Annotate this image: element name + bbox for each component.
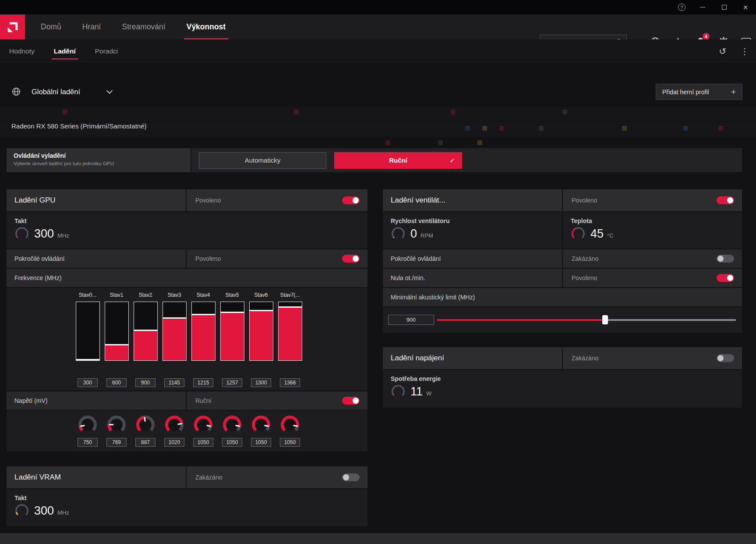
frequency-value-box[interactable]: 1257 — [222, 378, 242, 387]
frequency-bar-handle[interactable] — [192, 314, 215, 315]
nav-item-home[interactable]: Domů — [40, 14, 62, 39]
fan-advanced-toggle[interactable] — [717, 255, 734, 263]
voltage-value-box[interactable]: 750 — [78, 438, 98, 447]
frequency-bar[interactable] — [134, 302, 158, 361]
voltage-value-box[interactable]: 1050 — [280, 438, 300, 447]
zero-rpm-toggle[interactable] — [717, 274, 734, 282]
minimize-button[interactable] — [698, 3, 707, 12]
performance-subnav: Hodnoty Ladění Poradci — [0, 39, 756, 63]
tab-metrics[interactable]: Hodnoty — [8, 39, 36, 63]
frequency-value-box[interactable]: 600 — [106, 378, 127, 387]
voltage-value-box[interactable]: 1050 — [251, 438, 271, 447]
close-button[interactable]: × — [741, 3, 750, 12]
voltage-knob[interactable] — [194, 416, 212, 434]
acoustic-limit-slider[interactable] — [437, 319, 736, 321]
toggle-knob — [353, 398, 359, 404]
voltage-knob[interactable] — [78, 416, 97, 434]
toggle-knob — [727, 275, 733, 281]
frequency-value-box[interactable]: 300 — [78, 378, 98, 387]
voltage-value-box[interactable]: 1020 — [164, 438, 184, 447]
voltage-knob[interactable] — [252, 416, 270, 434]
frequency-section-label: Frekvence (MHz) — [7, 269, 367, 287]
ghost-icon — [63, 110, 67, 114]
state-label: Stav7(... — [280, 292, 300, 299]
frequency-bar-handle[interactable] — [134, 330, 157, 331]
voltage-value-box[interactable]: 1050 — [193, 438, 213, 447]
profile-selector-label: Globální ladění — [32, 88, 80, 96]
vram-clock-row: Takt 300 MHz — [7, 489, 367, 526]
vram-tuning-toggle[interactable] — [342, 473, 360, 481]
reset-icon[interactable]: ↺ — [719, 46, 726, 57]
fan-speed-value: 0 — [410, 227, 417, 241]
ghost-icon — [294, 110, 299, 114]
amd-logo[interactable] — [0, 14, 25, 39]
nav-item-gaming[interactable]: Hraní — [81, 14, 102, 39]
frequency-value-box[interactable]: 1215 — [193, 378, 213, 387]
power-consumption-value: 11 — [410, 385, 423, 398]
more-options-icon[interactable]: ⋮ — [740, 46, 749, 57]
frequency-bar[interactable] — [278, 302, 302, 361]
frequency-bar-handle[interactable] — [279, 306, 302, 308]
fan-tuning-toggle[interactable] — [717, 196, 734, 204]
voltage-value-box[interactable]: 887 — [135, 438, 155, 447]
tuning-control-info: Ovládání vyladění Vyberte úroveň ladění … — [7, 148, 191, 172]
tuning-profile-selector[interactable]: Globální ladění — [11, 81, 112, 102]
manual-tuning-button[interactable]: Ruční ✓ — [334, 152, 462, 169]
frequency-value-box[interactable]: 1145 — [164, 378, 184, 387]
fan-tuning-status: Povoleno — [572, 197, 597, 204]
voltage-knob[interactable] — [107, 416, 126, 434]
voltage-value-box[interactable]: 1050 — [222, 438, 242, 447]
nav-item-performance[interactable]: Výkonnost — [186, 14, 226, 39]
voltage-knob[interactable] — [281, 416, 299, 434]
footer-bar — [0, 533, 756, 544]
zero-rpm-status: Povoleno — [572, 274, 597, 281]
gpu-advanced-toggle[interactable] — [342, 255, 360, 263]
voltage-knob-column: 1050 — [276, 416, 304, 447]
voltage-knob-column: 887 — [131, 416, 160, 447]
tab-advisors[interactable]: Poradci — [94, 39, 120, 63]
gpu-tuning-header: Ladění GPU Povoleno — [7, 189, 367, 211]
frequency-bar[interactable] — [191, 302, 215, 361]
ghost-icon — [477, 140, 482, 145]
slider-handle[interactable] — [602, 315, 608, 324]
gpu-tuning-toggle[interactable] — [342, 196, 360, 204]
frequency-bar-handle[interactable] — [163, 317, 186, 319]
power-tuning-status: Zakázáno — [572, 355, 598, 362]
frequency-bar-handle[interactable] — [105, 344, 128, 345]
manual-tuning-label: Ruční — [389, 156, 407, 164]
nav-item-streaming[interactable]: Streamování — [121, 14, 166, 39]
voltage-knob[interactable] — [165, 416, 184, 434]
gpu-tuning-status: Povoleno — [195, 197, 221, 204]
frequency-bar[interactable] — [105, 302, 129, 361]
voltage-knob[interactable] — [223, 416, 241, 434]
voltage-value-box[interactable]: 769 — [106, 438, 127, 447]
frequency-bar-handle[interactable] — [221, 312, 244, 313]
ghost-icon — [465, 126, 470, 131]
voltage-knob[interactable] — [136, 416, 155, 434]
minimize-icon — [700, 7, 705, 7]
frequency-value-box[interactable]: 1300 — [251, 378, 271, 387]
automatic-tuning-button[interactable]: Automaticky — [199, 152, 326, 169]
tuning-control-subtitle: Vyberte úroveň ladění pro tuto jednotku … — [14, 161, 184, 166]
frequency-bar[interactable] — [163, 302, 187, 361]
voltage-toggle[interactable] — [342, 397, 360, 405]
maximize-button[interactable] — [720, 3, 728, 12]
vram-clock-label: Takt — [14, 494, 367, 501]
frequency-state-column: Stav4 1215 — [189, 288, 218, 387]
gpu-clock-value: 300 — [34, 227, 54, 241]
frequency-bar[interactable] — [249, 302, 273, 361]
acoustic-limit-value-box[interactable]: 900 — [388, 315, 434, 325]
ghost-icon — [451, 110, 456, 114]
add-game-profile-button[interactable]: Přidat herní profil + — [656, 84, 742, 100]
tab-tuning[interactable]: Ladění — [53, 39, 77, 63]
power-tuning-toggle[interactable] — [717, 354, 734, 362]
frequency-bar-handle[interactable] — [250, 310, 273, 311]
help-icon[interactable]: ? — [678, 4, 685, 11]
voltage-knob-column: 750 — [73, 416, 102, 447]
frequency-value-box[interactable]: 1366 — [280, 378, 300, 387]
frequency-bar[interactable] — [76, 302, 100, 361]
frequency-bar[interactable] — [220, 302, 244, 361]
frequency-bar-handle[interactable] — [76, 359, 99, 360]
frequency-value-box[interactable]: 900 — [135, 378, 155, 387]
ghost-icon — [438, 140, 443, 145]
